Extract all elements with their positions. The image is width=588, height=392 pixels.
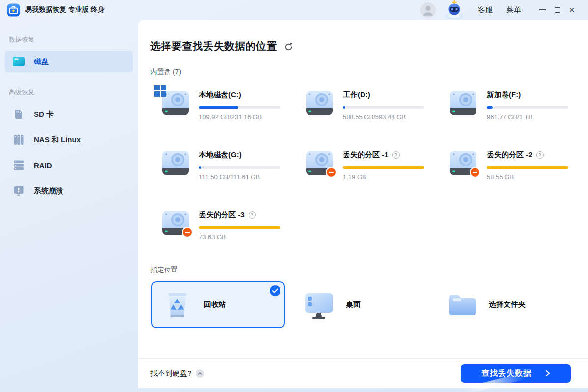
cant-find-disk[interactable]: 找不到硬盘? [150, 369, 204, 378]
hard-drive-icon [304, 150, 335, 178]
drive-info: 工作(D:)588.55 GB/593.48 GB [343, 90, 424, 121]
close-button[interactable] [564, 3, 579, 17]
drive-info: 丢失的分区 -11.19 GB [343, 150, 424, 181]
drive-name-row: 丢失的分区 -2 [487, 151, 568, 160]
help-icon[interactable] [536, 151, 544, 159]
drive-tile[interactable]: 丢失的分区 -258.55 GB [448, 150, 573, 185]
sidebar: 数据恢复磁盘高级恢复SD 卡NAS 和 LinuxRAID系统崩溃 [0, 20, 138, 392]
sidebar-sections: 数据恢复磁盘高级恢复SD 卡NAS 和 LinuxRAID系统崩溃 [0, 35, 138, 202]
sidebar-item-nas-linux[interactable]: NAS 和 Linux [5, 129, 133, 151]
drive-tile[interactable]: 工作(D:)588.55 GB/593.48 GB [304, 90, 448, 125]
drive-info: 丢失的分区 -258.55 GB [487, 150, 568, 181]
drive-capacity: 1.19 GB [343, 173, 424, 181]
sidebar-item-sd-card[interactable]: SD 卡 [5, 103, 133, 125]
locations-row: 回收站桌面选择文件夹 [150, 281, 573, 328]
maximize-button[interactable] [550, 3, 564, 17]
drive-capacity: 73.63 GB [199, 233, 280, 241]
drive-capacity: 111.50 GB/111.61 GB [199, 173, 280, 181]
assistant-mascot-icon[interactable] [444, 0, 465, 20]
capacity-bar [487, 166, 568, 169]
hard-drive-icon [160, 210, 191, 238]
locations-label: 指定位置 [150, 266, 573, 274]
drive-capacity: 588.55 GB/593.48 GB [343, 113, 424, 121]
internal-disks-label: 内置盘 (7) [150, 68, 573, 77]
drive-name-row: 工作(D:) [343, 90, 424, 100]
capacity-bar-fill [343, 166, 424, 169]
main-content: 选择要查找丢失数据的位置 内置盘 (7) 本地磁盘(C:)109.92 GB/2… [138, 20, 588, 328]
drive-tile[interactable]: 本地磁盘(C:)109.92 GB/231.16 GB [160, 90, 304, 125]
drive-capacity: 58.55 GB [487, 173, 568, 181]
drive-tile[interactable]: 丢失的分区 -11.19 GB [304, 150, 448, 185]
lost-partition-badge-icon [326, 167, 336, 178]
drive-name-text: 新加卷(F:) [487, 90, 521, 100]
folder-icon [448, 292, 477, 318]
windows-logo-icon [154, 85, 166, 97]
check-icon [270, 285, 280, 296]
drive-name-row: 丢失的分区 -1 [343, 151, 424, 160]
drive-name-text: 丢失的分区 -1 [343, 151, 389, 160]
raid-icon [12, 159, 26, 171]
sd-card-icon [12, 108, 26, 120]
footer: 找不到硬盘? 查找丢失数据 [138, 358, 588, 388]
drive-info: 丢失的分区 -373.63 GB [199, 210, 280, 241]
arrow-right-icon [545, 370, 550, 377]
sidebar-section-label: 高级恢复 [9, 88, 138, 97]
drive-capacity: 109.92 GB/231.16 GB [199, 113, 280, 121]
location-label: 桌面 [346, 300, 361, 309]
drive-name-row: 本地磁盘(C:) [199, 90, 280, 100]
help-icon[interactable] [249, 211, 256, 219]
drive-name-text: 工作(D:) [343, 90, 370, 100]
hard-drive-icon [160, 90, 191, 118]
hard-drive-icon [448, 90, 479, 118]
sidebar-item-raid[interactable]: RAID [5, 154, 133, 176]
drive-name-row: 本地磁盘(G:) [199, 151, 280, 160]
sidebar-item-label: 系统崩溃 [34, 186, 63, 196]
drive-tile[interactable]: 本地磁盘(G:)111.50 GB/111.61 GB [160, 150, 304, 185]
cant-find-disk-label: 找不到硬盘? [150, 369, 191, 378]
drive-name-text: 本地磁盘(C:) [199, 90, 241, 100]
nas-linux-icon [12, 134, 26, 146]
hard-drive-icon [448, 150, 479, 178]
capacity-bar [487, 106, 568, 109]
location-desktop[interactable]: 桌面 [295, 291, 439, 319]
disk-icon [12, 56, 26, 67]
desktop-icon [304, 291, 334, 319]
user-avatar[interactable] [420, 2, 436, 18]
sidebar-item-label: SD 卡 [34, 110, 54, 119]
capacity-bar-fill [199, 226, 280, 229]
drive-name-text: 丢失的分区 -3 [199, 211, 245, 220]
system-crash-icon [12, 185, 26, 197]
drive-info: 本地磁盘(G:)111.50 GB/111.61 GB [199, 150, 280, 181]
titlebar: 易我数据恢复 专业版 终身 客服 菜单 [0, 0, 588, 20]
location-label: 回收站 [204, 300, 226, 309]
drive-name-text: 本地磁盘(G:) [199, 151, 242, 160]
main-panel: 选择要查找丢失数据的位置 内置盘 (7) 本地磁盘(C:)109.92 GB/2… [138, 20, 588, 388]
page-title: 选择要查找丢失数据的位置 [150, 39, 277, 53]
drive-name-text: 丢失的分区 -2 [487, 151, 532, 160]
sidebar-item-label: 磁盘 [34, 57, 49, 66]
drive-tile[interactable]: 新加卷(F:)961.77 GB/1 TB [448, 90, 573, 125]
lost-partition-badge-icon [182, 227, 193, 238]
help-icon[interactable] [392, 151, 400, 159]
chevron-up-icon[interactable] [196, 369, 204, 378]
scan-button[interactable]: 查找丢失数据 [461, 364, 571, 383]
drive-tile[interactable]: 丢失的分区 -373.63 GB [160, 210, 304, 245]
capacity-bar [343, 106, 424, 109]
sidebar-item-disk[interactable]: 磁盘 [5, 51, 133, 72]
capacity-bar-fill [343, 106, 345, 109]
sidebar-item-system-crash[interactable]: 系统崩溃 [5, 180, 133, 202]
drive-capacity: 961.77 GB/1 TB [487, 113, 568, 121]
location-choose-folder[interactable]: 选择文件夹 [439, 292, 573, 318]
capacity-bar [343, 166, 424, 169]
capacity-bar-fill [199, 166, 201, 169]
capacity-bar [199, 106, 280, 109]
capacity-bar-fill [487, 166, 568, 169]
location-recycle-bin[interactable]: 回收站 [151, 281, 285, 328]
drives-grid: 本地磁盘(C:)109.92 GB/231.16 GB工作(D:)588.55 … [150, 90, 573, 245]
customer-service-link[interactable]: 客服 [478, 5, 493, 15]
refresh-icon[interactable] [284, 42, 293, 52]
minimize-button[interactable] [535, 3, 550, 17]
menu-link[interactable]: 菜单 [506, 5, 521, 15]
sidebar-item-label: NAS 和 Linux [34, 135, 81, 145]
lost-partition-badge-icon [470, 167, 480, 178]
